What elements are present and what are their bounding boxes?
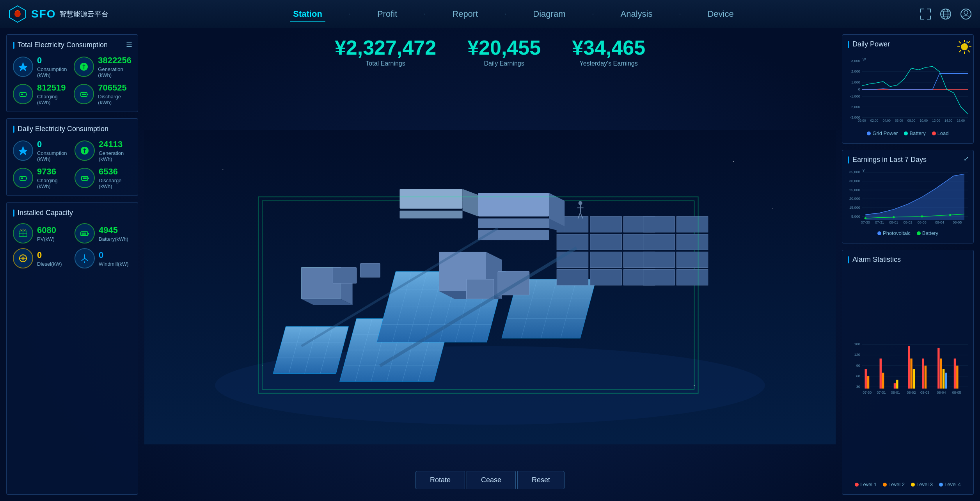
svg-rect-26	[26, 178, 27, 179]
left-panel: Total Electricity Consumption ☰ 0 Consum…	[0, 28, 144, 501]
svg-rect-9	[927, 19, 931, 20]
svg-text:25,000: 25,000	[849, 188, 860, 192]
svg-rect-113	[896, 380, 898, 389]
svg-text:08-01: 08-01	[889, 220, 898, 224]
svg-point-88	[921, 215, 923, 217]
svg-line-35	[25, 229, 25, 231]
svg-text:0: 0	[858, 87, 860, 91]
discharge-value: 706525	[98, 83, 126, 93]
svg-rect-3	[920, 9, 921, 12]
nav-diagram[interactable]: Diagram	[530, 7, 568, 21]
nav-area: Station · Profit · Report · Diagram · An…	[133, 7, 894, 21]
daily-charging-icon	[13, 168, 33, 188]
svg-rect-184	[643, 234, 675, 250]
yesterday-earnings-label: Yesterday's Earnings	[572, 60, 645, 67]
svg-point-216	[694, 385, 695, 386]
metric-consumption: 0 Consumption(kWh)	[13, 55, 69, 78]
svg-marker-24	[18, 146, 28, 155]
svg-point-86	[865, 217, 866, 219]
consumption-value: 0	[37, 55, 67, 66]
pv-value: 6080	[37, 225, 56, 235]
nav-device[interactable]: Device	[704, 7, 737, 21]
nav-station[interactable]: Station	[290, 7, 325, 21]
charging-label: Charging(kWh)	[37, 94, 66, 105]
cease-button[interactable]: Cease	[467, 471, 516, 489]
generation-value: 3822256	[98, 55, 131, 66]
alarm-statistics-chart: Alarm Statistics 180 120 90 60 30	[842, 250, 974, 495]
earnings-svg: 35,000 30,000 25,000 20,000 15,000 5,000…	[848, 168, 968, 226]
svg-rect-188	[643, 270, 675, 285]
svg-rect-182	[643, 217, 675, 232]
svg-line-36	[21, 229, 21, 231]
daily-electricity-section: Daily Electricity Consumption 0 Consumpt…	[6, 118, 138, 196]
globe-icon[interactable]	[939, 8, 952, 20]
level1-dot	[855, 483, 859, 487]
svg-text:06:00: 06:00	[895, 119, 903, 123]
user-icon[interactable]	[960, 8, 972, 20]
svg-rect-110	[880, 359, 882, 389]
daily-generation-icon	[75, 140, 95, 161]
svg-line-230	[959, 50, 961, 52]
fullscreen-icon[interactable]	[919, 8, 932, 20]
daily-discharge: 6536 Discharge(kWh)	[75, 167, 131, 189]
reset-button[interactable]: Reset	[517, 471, 565, 489]
svg-rect-205	[333, 268, 356, 283]
svg-text:3,000: 3,000	[851, 59, 860, 63]
right-panel: Daily Power ⤢ 3,000 2,000 1,000 0 -1,000…	[836, 28, 980, 501]
level2-dot	[883, 483, 887, 487]
nav-report[interactable]: Report	[449, 7, 481, 21]
svg-text:30: 30	[856, 385, 860, 389]
nav-analysis[interactable]: Analysis	[617, 7, 655, 21]
svg-text:08-02: 08-02	[903, 220, 912, 224]
svg-text:¥: ¥	[862, 169, 865, 172]
svg-point-87	[893, 216, 895, 218]
diesel-icon	[13, 248, 33, 268]
svg-rect-39	[82, 233, 86, 235]
earnings-expand[interactable]: ⤢	[964, 155, 969, 162]
svg-rect-117	[922, 359, 924, 389]
consumption-icon	[13, 57, 33, 77]
svg-rect-20	[21, 94, 23, 95]
svg-point-1	[14, 11, 21, 17]
yesterday-earnings-stat: ¥34,465 Yesterday's Earnings	[572, 37, 645, 67]
svg-rect-111	[882, 373, 884, 389]
svg-rect-206	[360, 264, 380, 277]
metric-discharge: 706525 Discharge(kWh)	[74, 83, 131, 105]
sun-icon[interactable]	[957, 39, 972, 57]
svg-rect-186	[643, 252, 675, 267]
svg-point-213	[733, 161, 734, 162]
svg-text:120: 120	[854, 353, 860, 357]
nav-profit[interactable]: Profit	[374, 7, 400, 21]
svg-text:90: 90	[856, 364, 860, 368]
daily-electricity-metrics: 0 Consumption(kWh) 24113 Generation(kWh)	[13, 139, 131, 189]
daily-generation: 24113 Generation(kWh)	[75, 139, 131, 162]
svg-point-16	[964, 11, 968, 14]
svg-rect-171	[590, 217, 622, 232]
photovoltaic-dot	[877, 231, 881, 235]
svg-rect-5	[930, 9, 931, 12]
battery-label: Battery	[909, 130, 925, 136]
ic-pv: 6080 PV(kW)	[13, 223, 70, 243]
rotate-button[interactable]: Rotate	[415, 471, 465, 489]
svg-rect-207	[467, 279, 494, 299]
svg-rect-116	[913, 369, 915, 389]
section-menu-icon[interactable]: ☰	[126, 40, 132, 49]
svg-text:02:00: 02:00	[870, 119, 879, 123]
svg-rect-124	[956, 366, 958, 389]
daily-discharge-value: 6536	[99, 167, 122, 177]
svg-text:14:00: 14:00	[944, 119, 953, 123]
svg-text:-2,000: -2,000	[850, 105, 860, 109]
generation-icon	[74, 57, 94, 77]
alarm-legend: Level 1 Level 2 Level 3 Level 4	[848, 481, 968, 487]
svg-point-47	[84, 258, 85, 259]
svg-text:W: W	[863, 57, 866, 61]
svg-text:07-30: 07-30	[861, 220, 870, 224]
svg-text:08-04: 08-04	[937, 391, 946, 394]
svg-rect-22	[87, 94, 88, 95]
daily-power-chart: Daily Power ⤢ 3,000 2,000 1,000 0 -1,000…	[842, 34, 974, 144]
svg-rect-108	[865, 369, 866, 389]
earnings-title: Earnings in Last 7 Days	[848, 156, 968, 164]
svg-text:08-03: 08-03	[920, 391, 929, 394]
total-earnings-value: ¥2,327,472	[335, 37, 436, 58]
svg-marker-17	[18, 62, 28, 71]
